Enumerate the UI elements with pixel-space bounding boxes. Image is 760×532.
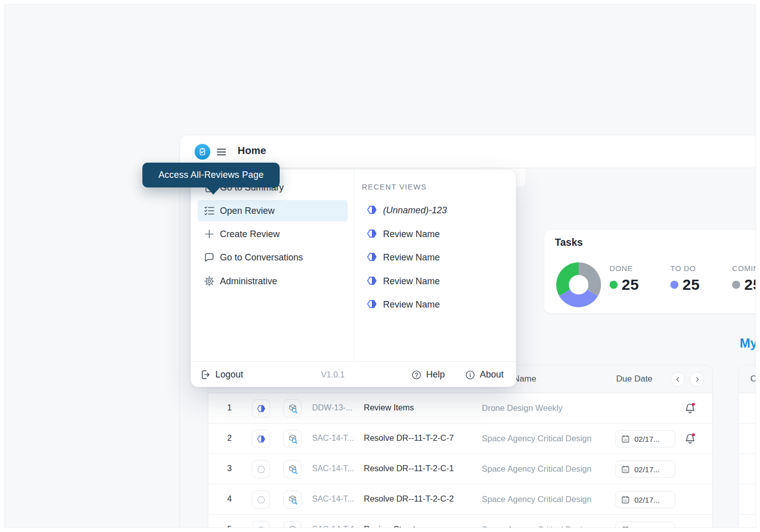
status-button[interactable]	[252, 460, 270, 478]
review-name[interactable]: Resolve DR--11-T-2-C-7	[364, 433, 454, 443]
cube-search-icon	[287, 495, 298, 505]
review-name[interactable]: Review Structure	[364, 524, 428, 528]
review-id: SAC-14-T...	[312, 464, 361, 473]
review-name[interactable]: Resolve DR--11-T-2-C-1	[364, 464, 454, 473]
chevron-right-icon	[693, 375, 702, 384]
checklist-icon	[203, 205, 215, 217]
row-index: 5	[208, 525, 251, 528]
table-row[interactable]: 1 DDW-13-... Review Items	[208, 393, 712, 424]
desktop-background: Home Tasks DONE 25 TO DO 25	[4, 4, 756, 528]
table-row[interactable]: 4 SAC-14-T... Resolve DR--11-T-2-C-2	[208, 484, 712, 515]
menu-item-create-review[interactable]: Create Review	[198, 223, 348, 245]
help-icon	[411, 369, 422, 381]
due-date-chip[interactable]: 02/17...	[615, 461, 675, 478]
inspect-item-button[interactable]	[283, 430, 301, 448]
side-panel-card: Or	[738, 365, 756, 528]
plus-icon	[203, 228, 215, 240]
done-dot-icon	[610, 281, 618, 289]
side-panel-row	[739, 424, 756, 454]
half-hexagon-icon	[366, 228, 378, 240]
status-button[interactable]	[252, 521, 270, 528]
inspect-item-button[interactable]	[283, 490, 301, 509]
pagination-prev-button[interactable]	[670, 372, 685, 387]
side-panel-row	[739, 484, 756, 515]
gear-icon	[203, 275, 215, 287]
recent-view-item[interactable]: Review Name	[362, 226, 509, 242]
half-hexagon-icon	[256, 434, 266, 444]
side-panel-row	[739, 515, 756, 528]
logout-button[interactable]: Logout	[200, 362, 243, 388]
due-date-chip[interactable]: 02/17...	[615, 521, 675, 528]
inspect-item-button[interactable]	[283, 521, 301, 528]
about-button[interactable]: About	[465, 362, 504, 388]
tasks-donut-chart	[555, 261, 602, 308]
recent-view-item[interactable]: (Unnamed)-123	[362, 202, 509, 218]
help-button[interactable]: Help	[411, 362, 445, 388]
main-menu-popup: Go to Summary Open Review	[191, 169, 516, 387]
hexagon-outline-icon	[256, 495, 266, 505]
cube-search-icon	[287, 403, 298, 414]
notification-bell-icon[interactable]	[683, 402, 697, 415]
chat-icon	[203, 251, 215, 263]
due-date-value: 02/17...	[634, 496, 660, 504]
row-index: 3	[208, 464, 251, 473]
review-name[interactable]: Review Items	[364, 403, 414, 412]
cube-search-icon	[287, 434, 298, 444]
due-date-value: 02/17...	[634, 526, 660, 528]
popup-footer: Logout V1.0.1 Help About	[191, 362, 516, 388]
table-row[interactable]: 5 SAC-14-T-1... Review Structure	[208, 515, 712, 528]
review-id: SAC-14-T-1...	[312, 525, 361, 528]
review-project: Space Agency Critical Design	[482, 464, 591, 474]
status-button[interactable]	[252, 399, 270, 417]
coming-dot-icon	[732, 281, 740, 289]
notification-bell-icon[interactable]	[683, 432, 697, 445]
row-index: 1	[208, 403, 251, 412]
tasks-card-title: Tasks	[555, 237, 583, 248]
row-index: 4	[208, 495, 251, 504]
hamburger-menu-icon[interactable]	[215, 146, 227, 158]
half-hexagon-icon	[366, 204, 378, 216]
half-hexagon-icon	[256, 404, 266, 413]
column-header-name: Name	[513, 374, 536, 384]
review-name[interactable]: Resolve DR--11-T-2-C-2	[364, 494, 454, 504]
tasks-card: Tasks DONE 25 TO DO 25 COMIN	[544, 229, 756, 314]
recent-view-item[interactable]: Review Name	[362, 296, 509, 313]
calendar-icon	[621, 434, 630, 444]
tooltip-arrow	[206, 187, 220, 195]
due-date-chip[interactable]: 02/17...	[615, 430, 675, 447]
table-row[interactable]: 3 SAC-14-T... Resolve DR--11-T-2-C-1	[208, 454, 712, 484]
menu-item-administrative[interactable]: Administrative	[198, 271, 348, 292]
review-id: SAC-14-T...	[312, 495, 361, 504]
todo-dot-icon	[670, 281, 678, 289]
app-logo-icon[interactable]	[195, 144, 210, 160]
review-id: DDW-13-...	[312, 403, 361, 412]
half-hexagon-icon	[366, 275, 378, 287]
app-version: V1.0.1	[297, 362, 368, 388]
hexagon-outline-icon	[256, 465, 266, 474]
tooltip: Access All-Reviews Page	[142, 163, 280, 187]
page-title: Home	[238, 145, 266, 157]
pagination-next-button[interactable]	[690, 372, 704, 387]
table-row[interactable]: 2 SAC-14-T... Resolve DR--	[208, 424, 712, 454]
due-date-value: 02/17...	[634, 465, 660, 474]
inspect-item-button[interactable]	[283, 399, 301, 417]
calendar-icon	[621, 525, 630, 528]
my-section-heading: My	[740, 336, 756, 351]
popup-divider	[354, 170, 354, 361]
inspect-item-button[interactable]	[283, 460, 301, 478]
status-button[interactable]	[252, 430, 270, 448]
side-panel-header-label: Or	[750, 374, 756, 384]
review-project: Space Agency Critical Design	[482, 495, 591, 504]
column-header-due-date: Due Date	[616, 374, 653, 384]
status-button[interactable]	[252, 490, 270, 509]
menu-item-open-review[interactable]: Open Review	[198, 200, 348, 221]
recent-views-title: RECENT VIEWS	[362, 182, 427, 191]
due-date-chip[interactable]: 02/17...	[615, 491, 675, 508]
recent-view-item[interactable]: Review Name	[362, 249, 509, 265]
recent-view-item[interactable]: Review Name	[362, 273, 509, 289]
due-date-value: 02/17...	[634, 435, 660, 443]
chevron-left-icon	[673, 375, 682, 384]
menu-item-go-to-conversations[interactable]: Go to Conversations	[198, 247, 348, 268]
calendar-icon	[621, 465, 630, 474]
cube-search-icon	[287, 525, 298, 528]
